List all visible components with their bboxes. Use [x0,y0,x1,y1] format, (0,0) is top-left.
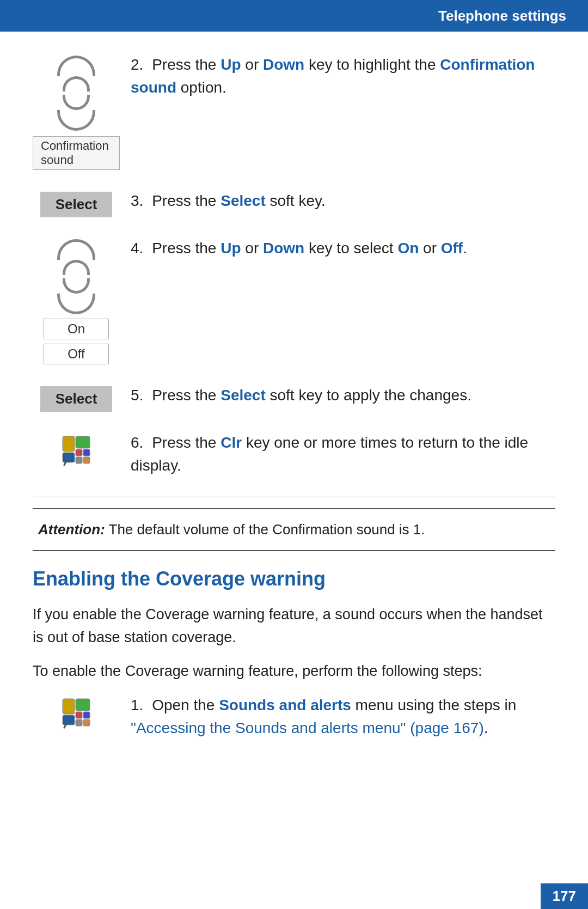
select-key-label-3: Select [220,192,266,209]
step-5-text: 5. Press the Select soft key to apply th… [120,384,555,407]
sounds-alerts-label: Sounds and alerts [219,697,351,713]
select-button-icon-2: Select [40,386,113,412]
sub-step-1-number: 1. [131,697,143,713]
step-5-icon: Select [33,384,120,412]
step-2-icon: Confirmation sound [33,53,120,170]
step-4-row: On Off 4. Press the Up or Down key to se… [33,237,555,364]
svg-rect-0 [63,436,75,452]
svg-rect-3 [76,449,82,456]
svg-rect-14 [76,719,82,726]
main-content: Confirmation sound 2. Press the Up or Do… [0,32,588,803]
select-button-icon: Select [40,192,113,217]
accessing-sounds-link[interactable]: "Accessing the Sounds and alerts menu" (… [131,719,484,736]
select-key-label-5: Select [220,387,266,404]
attention-box: Attention: The default volume of the Con… [33,508,555,551]
arc-down-large-2 [57,294,95,314]
sub-step-1-icon [33,694,120,729]
arc-up-large-2 [57,239,95,260]
nav-arrows-icon-2 [57,239,95,314]
step-3-row: Select 3. Press the Select soft key. [33,190,555,217]
step-2-text: 2. Press the Up or Down key to highlight… [120,53,555,99]
attention-label: Attention: [38,521,105,538]
svg-rect-12 [76,712,82,718]
down-key-label-2: Down [263,240,304,257]
section-heading: Enabling the Coverage warning [33,568,555,590]
step-3-icon: Select [33,190,120,217]
arc-down-small-2 [63,278,90,294]
arc-down-large [57,110,95,131]
arc-up-small-2 [63,260,90,275]
svg-rect-15 [83,719,90,726]
step-3-text: 3. Press the Select soft key. [120,190,555,212]
off-label: Off [441,240,463,257]
sub-step-1-text: 1. Open the Sounds and alerts menu using… [120,694,555,740]
svg-rect-11 [76,699,90,711]
section-body-1: If you enable the Coverage warning featu… [33,603,555,649]
svg-rect-6 [83,457,90,463]
up-key-label: Up [220,56,241,73]
svg-rect-4 [83,449,90,456]
step-4-icon: On Off [33,237,120,364]
svg-rect-13 [83,712,90,718]
confirmation-sound-label: Confirmation sound [33,136,120,170]
clr-key-label: Clr [220,434,242,451]
step-6-text: 6. Press the Clr key one or more times t… [120,431,555,477]
step-3-number: 3. [131,192,143,209]
divider-top [33,497,555,497]
step-4-text: 4. Press the Up or Down key to select On… [120,237,555,260]
step-2-number: 2. [131,56,143,73]
off-option-box: Off [44,344,109,364]
step-6-number: 6. [131,434,143,451]
step-5-row: Select 5. Press the Select soft key to a… [33,384,555,412]
sub-step-1-row: 1. Open the Sounds and alerts menu using… [33,694,555,740]
section-body-2: To enable the Coverage warning feature, … [33,660,555,683]
clr-key-icon [60,434,93,466]
step-6-icon [33,431,120,466]
svg-rect-2 [76,436,90,448]
clr-key-icon-2 [60,696,93,729]
step-5-number: 5. [131,387,143,404]
on-option-box: On [44,319,109,339]
svg-rect-9 [63,699,75,714]
confirmation-sound-link: Confirmation sound [131,56,535,96]
nav-arrows-icon [57,56,95,131]
arc-up-small [63,76,90,91]
page-number: 177 [541,883,588,909]
down-key-label: Down [263,56,304,73]
header-bar: Telephone settings [0,0,588,32]
up-key-label-2: Up [220,240,241,257]
attention-text: The default volume of the Confirmation s… [109,521,425,538]
step-2-row: Confirmation sound 2. Press the Up or Do… [33,53,555,170]
header-title: Telephone settings [438,8,566,25]
step-6-row: 6. Press the Clr key one or more times t… [33,431,555,477]
svg-rect-5 [76,457,82,463]
arc-down-small [63,95,90,110]
arc-up-large [57,56,95,76]
step-4-number: 4. [131,240,143,257]
on-label: On [397,240,419,257]
